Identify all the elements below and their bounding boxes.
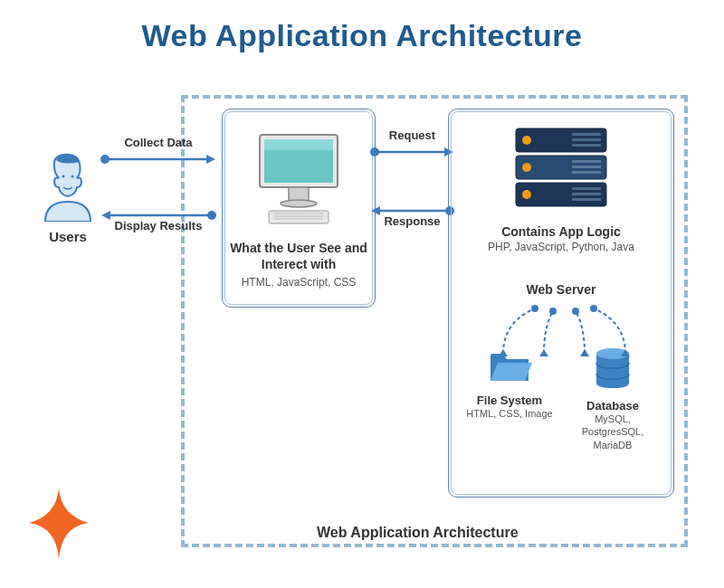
file-system-title: File System	[460, 394, 558, 407]
svg-point-34	[531, 305, 538, 312]
arrow-display-results: Display Results	[100, 208, 217, 224]
svg-rect-31	[572, 187, 601, 190]
svg-point-25	[522, 163, 531, 172]
svg-rect-11	[269, 211, 329, 223]
svg-point-1	[71, 175, 74, 178]
file-system-block: File System HTML, CSS, Image	[460, 346, 558, 451]
user-label: Users	[27, 229, 109, 244]
server-box: Contains App Logic PHP, JavaScript, Pyth…	[448, 109, 674, 498]
connector-lines-icon	[449, 295, 675, 358]
svg-rect-32	[572, 193, 601, 195]
svg-point-15	[370, 147, 379, 156]
svg-point-30	[522, 190, 531, 199]
svg-rect-27	[572, 166, 601, 168]
svg-rect-23	[572, 144, 601, 147]
arrow-label-response: Response	[369, 214, 455, 228]
arrow-label-request: Request	[369, 128, 455, 142]
svg-point-20	[522, 136, 531, 145]
svg-rect-21	[572, 133, 601, 136]
arrow-label-collect: Collect Data	[100, 136, 217, 149]
arrow-request: Request	[369, 145, 455, 161]
client-box: What the User See and Interect with HTML…	[222, 109, 376, 308]
svg-rect-22	[572, 138, 601, 141]
svg-point-37	[590, 305, 597, 312]
svg-point-35	[549, 308, 557, 315]
svg-rect-8	[264, 139, 333, 150]
svg-point-2	[100, 155, 110, 164]
database-sub: MySQL, PostgresSQL, MariaDB	[563, 413, 662, 451]
arrow-label-display: Display Results	[100, 219, 217, 232]
user-icon	[36, 149, 100, 222]
server-rack-icon	[507, 123, 615, 213]
user-block: Users	[27, 149, 109, 244]
svg-point-10	[281, 200, 317, 207]
page-title: Web Application Architecture	[0, 0, 724, 53]
database-block: Database MySQL, PostgresSQL, MariaDB	[563, 346, 662, 451]
container-caption: Web Application Architecture	[317, 525, 519, 541]
monitor-icon	[249, 128, 348, 227]
svg-rect-26	[572, 160, 601, 163]
storage-row: File System HTML, CSS, Image Database My…	[449, 346, 673, 451]
svg-rect-33	[572, 198, 601, 201]
arrow-collect-data: Collect Data	[100, 152, 217, 168]
svg-rect-28	[572, 171, 601, 174]
client-sub: HTML, JavaScript, CSS	[223, 276, 375, 289]
server-sub: PHP, JavaScript, Python, Java	[449, 241, 673, 253]
svg-point-36	[572, 308, 579, 315]
brand-logo-icon	[27, 488, 90, 564]
database-title: Database	[563, 399, 662, 413]
server-title: Contains App Logic	[449, 224, 673, 239]
file-system-sub: HTML, CSS, Image	[460, 407, 558, 420]
svg-point-0	[62, 175, 65, 178]
arrow-response: Response	[369, 204, 455, 220]
client-title: What the User See and Interect with	[223, 240, 375, 272]
